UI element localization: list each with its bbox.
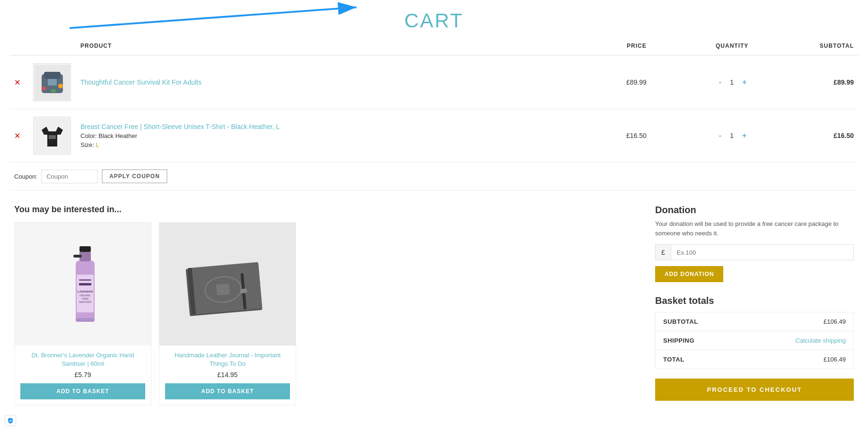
- product-link-2[interactable]: Breast Cancer Free | Short-Sleeve Unisex…: [80, 123, 280, 130]
- price-cell-1: £89.99: [579, 55, 651, 109]
- total-row: TOTAL £106.49: [656, 350, 854, 369]
- coupon-input[interactable]: [41, 170, 98, 183]
- donation-section: Donation Your donation will be used to p…: [655, 205, 854, 282]
- svg-rect-15: [79, 283, 91, 285]
- table-row: ✕ Breast Cancer Free | Short-Sleeve Unis: [9, 109, 859, 163]
- svg-rect-5: [48, 79, 57, 86]
- shipping-label: SHIPPING: [656, 331, 742, 350]
- decrease-qty-1-button[interactable]: -: [717, 77, 723, 87]
- subtotal-cell-1: £89.99: [753, 55, 859, 109]
- coupon-label: Coupon:: [14, 173, 37, 180]
- product-card-sanitiser: LAVENDER ORGANIC HAND SANITIZER: [14, 222, 151, 405]
- interested-title: You may be interested in...: [14, 205, 636, 215]
- svg-rect-8: [51, 89, 56, 92]
- svg-rect-11: [49, 135, 56, 139]
- th-subtotal: SUBTOTAL: [753, 37, 859, 55]
- svg-point-7: [42, 86, 46, 90]
- th-remove: [9, 37, 28, 55]
- product-link-1[interactable]: Thoughtful Cancer Survival Kit For Adult…: [80, 78, 202, 86]
- body-section: You may be interested in...: [9, 190, 859, 420]
- subtotal-label: SUBTOTAL: [656, 312, 742, 331]
- total-label: TOTAL: [656, 350, 742, 369]
- svg-point-6: [58, 84, 63, 88]
- right-section: Donation Your donation will be used to p…: [655, 205, 854, 405]
- svg-rect-28: [216, 284, 230, 295]
- journal-name: Handmade Leather Journal - Important Thi…: [165, 351, 290, 368]
- interested-section: You may be interested in...: [14, 205, 636, 405]
- add-sanitiser-button[interactable]: ADD TO BASKET: [20, 383, 145, 399]
- journal-card-body: Handmade Leather Journal - Important Thi…: [159, 345, 296, 405]
- svg-text:SANITIZER: SANITIZER: [79, 301, 92, 303]
- coupon-section: Coupon: APPLY COUPON: [9, 163, 859, 190]
- th-img: [28, 37, 76, 55]
- svg-text:HAND: HAND: [82, 297, 89, 300]
- svg-rect-14: [79, 279, 91, 281]
- subtotal-row: SUBTOTAL £106.49: [656, 312, 854, 331]
- security-badge: [5, 415, 16, 420]
- subtotal-value: £106.49: [741, 312, 853, 331]
- svg-rect-22: [79, 246, 91, 252]
- sanitiser-image: LAVENDER ORGANIC HAND SANITIZER: [15, 223, 151, 345]
- th-price: PRICE: [579, 37, 651, 55]
- calculate-shipping-link[interactable]: Calculate shipping: [796, 337, 846, 344]
- product-card-journal: Handmade Leather Journal - Important Thi…: [159, 222, 296, 405]
- add-journal-button[interactable]: ADD TO BASKET: [165, 383, 290, 399]
- product-color-meta: Color: Black Heather: [80, 132, 575, 139]
- increase-qty-2-button[interactable]: +: [740, 130, 748, 141]
- quantity-controls-2: - 1 +: [717, 130, 749, 141]
- basket-totals-title: Basket totals: [655, 295, 854, 306]
- cart-header: CART: [9, 0, 859, 37]
- qty-value-2: 1: [727, 132, 736, 139]
- remove-item-1-button[interactable]: ✕: [14, 78, 20, 87]
- price-cell-2: £16.50: [579, 109, 651, 163]
- qty-value-1: 1: [727, 78, 736, 86]
- subtotal-cell-2: £16.50: [753, 109, 859, 163]
- table-row: ✕: [9, 55, 859, 109]
- donation-desc: Your donation will be used to provide a …: [655, 219, 854, 238]
- size-value: L: [96, 141, 99, 148]
- product-size-meta: Size: L: [80, 141, 575, 148]
- totals-table: SUBTOTAL £106.49 SHIPPING Calculate ship…: [655, 312, 854, 369]
- cart-table: PRODUCT PRICE QUANTITY SUBTOTAL ✕: [9, 37, 859, 163]
- shipping-row: SHIPPING Calculate shipping: [656, 331, 854, 350]
- apply-coupon-button[interactable]: APPLY COUPON: [102, 169, 167, 183]
- donation-title: Donation: [655, 205, 854, 216]
- sanitiser-price: £5.79: [20, 371, 145, 379]
- proceed-to-checkout-button[interactable]: PROCEED TO CHECKOUT: [655, 379, 854, 401]
- cart-title: CART: [9, 9, 859, 32]
- remove-item-2-button[interactable]: ✕: [14, 131, 20, 140]
- donation-input-row: £: [655, 244, 854, 260]
- total-value: £106.49: [741, 350, 853, 369]
- sanitiser-name: Dr. Bronner's Lavender Organic Hand Sani…: [20, 351, 145, 368]
- sanitiser-card-body: Dr. Bronner's Lavender Organic Hand Sani…: [15, 345, 151, 405]
- donation-currency: £: [656, 245, 671, 260]
- product-image-1: [33, 63, 71, 101]
- journal-image: [159, 223, 296, 345]
- journal-price: £14.95: [165, 371, 290, 379]
- product-cards: LAVENDER ORGANIC HAND SANITIZER: [14, 222, 636, 405]
- th-quantity: QUANTITY: [651, 37, 754, 55]
- svg-text:ORGANIC: ORGANIC: [79, 294, 91, 297]
- quantity-controls-1: - 1 +: [717, 77, 749, 87]
- product-image-2: [33, 117, 71, 155]
- svg-rect-4: [44, 72, 61, 79]
- increase-qty-1-button[interactable]: +: [740, 77, 748, 87]
- add-donation-button[interactable]: ADD DONATION: [655, 266, 723, 282]
- th-product: PRODUCT: [76, 37, 579, 55]
- decrease-qty-2-button[interactable]: -: [717, 130, 723, 141]
- svg-rect-30: [240, 288, 247, 293]
- svg-rect-23: [76, 318, 95, 322]
- basket-totals-section: Basket totals SUBTOTAL £106.49 SHIPPING …: [655, 295, 854, 369]
- svg-rect-21: [73, 255, 82, 258]
- donation-input[interactable]: [671, 245, 853, 260]
- svg-text:LAVENDER: LAVENDER: [78, 290, 93, 293]
